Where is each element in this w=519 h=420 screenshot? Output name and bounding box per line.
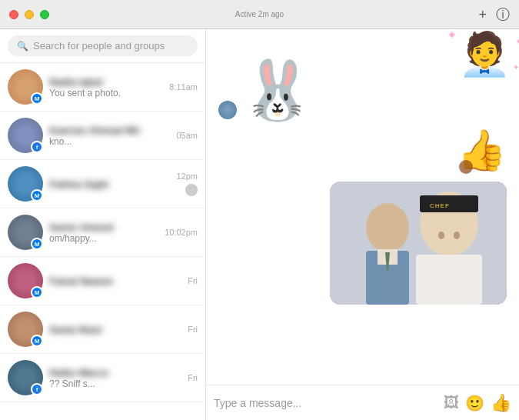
message-time: 12pm bbox=[176, 172, 198, 181]
conversation-meta: 05am bbox=[176, 131, 198, 140]
conversation-meta: Fri bbox=[188, 325, 198, 334]
message-time: Fri bbox=[188, 373, 198, 382]
image-attach-button[interactable]: 🖼 bbox=[444, 394, 459, 412]
search-icon: 🔍 bbox=[17, 41, 28, 52]
photo-content: CHEF bbox=[330, 182, 507, 305]
avatar-wrap: f bbox=[8, 360, 43, 395]
close-button[interactable] bbox=[9, 10, 18, 19]
emoji-button[interactable]: 🙂 bbox=[465, 394, 484, 412]
message-preview: ?? Sniff s... bbox=[49, 378, 181, 389]
conversation-meta: 10:02pm bbox=[165, 228, 198, 237]
avatar-wrap: M bbox=[8, 69, 43, 105]
message-preview: You sent a photo. bbox=[49, 88, 163, 98]
title-bar: Active 2m ago + ⓘ bbox=[0, 0, 519, 29]
conversation-content: Samir Ahmed om/happy... bbox=[49, 222, 158, 244]
contact-name: Fatima Sajid bbox=[49, 178, 170, 190]
conversation-content: Sania Niazi bbox=[49, 324, 181, 335]
conversation-content: Kamran Ahmad Mir kno... bbox=[49, 125, 170, 147]
avatar-wrap: M bbox=[8, 312, 43, 347]
sender-avatar bbox=[218, 101, 237, 119]
photo-message: CHEF bbox=[330, 182, 507, 305]
add-conversation-button[interactable]: + bbox=[478, 8, 487, 22]
avatar-wrap: M bbox=[8, 166, 43, 202]
title-bar-center: Active 2m ago bbox=[235, 10, 284, 18]
maximize-button[interactable] bbox=[40, 10, 49, 19]
svg-point-9 bbox=[438, 232, 444, 239]
like-button[interactable]: 👍 bbox=[491, 393, 511, 413]
chat-messages: 🧑‍💼 ✦ ✦ ✦ 🐰 👍 bbox=[206, 29, 519, 385]
message-preview: kno... bbox=[49, 136, 170, 147]
main-layout: 🔍 Search for people and groups M Nadia I… bbox=[0, 29, 519, 420]
message-input[interactable]: Type a message... bbox=[214, 397, 437, 409]
platform-badge: f bbox=[31, 141, 43, 153]
search-input[interactable]: Search for people and groups bbox=[33, 40, 165, 52]
contact-name: Haiku Marco bbox=[49, 367, 181, 378]
message-time: 10:02pm bbox=[165, 228, 198, 237]
contact-name: Samir Ahmed bbox=[49, 222, 158, 233]
conversation-item[interactable]: M Fatima Sajid 12pm bbox=[0, 160, 205, 208]
conversation-list: M Nadia Iqbal You sent a photo. 8:11am f… bbox=[0, 63, 205, 420]
info-button[interactable]: ⓘ bbox=[496, 8, 510, 22]
conversation-item[interactable]: M Sania Niazi Fri bbox=[0, 305, 205, 354]
conversation-content: Haiku Marco ?? Sniff s... bbox=[49, 367, 181, 389]
message-time: Fri bbox=[188, 276, 198, 285]
chat-input-bar: Type a message... 🖼 🙂 👍 bbox=[206, 385, 519, 420]
conversation-meta: 8:11am bbox=[169, 82, 198, 92]
conversation-item[interactable]: M Samir Ahmed om/happy... 10:02pm bbox=[0, 208, 205, 257]
conversation-meta: Fri bbox=[188, 373, 198, 382]
window-controls bbox=[9, 10, 49, 19]
decorative-dot bbox=[459, 160, 473, 174]
conversation-item[interactable]: f Kamran Ahmad Mir kno... 05am bbox=[0, 112, 205, 160]
platform-badge: M bbox=[31, 92, 43, 105]
photo-svg: CHEF bbox=[330, 182, 507, 305]
message-row: CHEF bbox=[218, 182, 507, 305]
contact-name: Sania Niazi bbox=[49, 324, 181, 335]
minimize-button[interactable] bbox=[25, 10, 34, 19]
conversation-content: Nadia Iqbal You sent a photo. bbox=[49, 76, 163, 98]
avatar-wrap: f bbox=[8, 118, 43, 153]
conversation-content: Fatima Sajid bbox=[49, 178, 170, 190]
message-time: 8:11am bbox=[169, 82, 198, 92]
sidebar: 🔍 Search for people and groups M Nadia I… bbox=[0, 29, 206, 420]
conversation-item[interactable]: M Faisal Naeem Fri bbox=[0, 257, 205, 305]
platform-badge: M bbox=[31, 189, 43, 202]
contact-name: Faisal Naeem bbox=[49, 275, 181, 287]
avatar-wrap: M bbox=[8, 263, 43, 298]
svg-point-10 bbox=[454, 232, 460, 239]
platform-badge: f bbox=[31, 383, 43, 395]
search-bar[interactable]: 🔍 Search for people and groups bbox=[8, 35, 198, 56]
conversation-meta: 12pm bbox=[176, 172, 198, 196]
svg-point-1 bbox=[366, 203, 409, 252]
platform-badge: M bbox=[31, 335, 43, 347]
avatar-wrap: M bbox=[8, 215, 43, 250]
contact-name: Kamran Ahmad Mir bbox=[49, 125, 170, 136]
svg-text:CHEF: CHEF bbox=[430, 202, 450, 209]
sticker-message: 🐰 bbox=[241, 62, 314, 119]
conversation-meta: Fri bbox=[188, 276, 198, 285]
platform-badge: M bbox=[31, 286, 43, 298]
conversation-item[interactable]: f Haiku Marco ?? Sniff s... Fri bbox=[0, 354, 205, 402]
corner-sticker: 🧑‍💼 ✦ ✦ ✦ bbox=[458, 33, 511, 75]
conversation-content: Faisal Naeem bbox=[49, 275, 181, 287]
platform-badge: M bbox=[31, 238, 43, 250]
message-time: 05am bbox=[176, 131, 198, 140]
title-bar-actions: + ⓘ bbox=[478, 8, 510, 22]
message-preview: om/happy... bbox=[49, 233, 158, 244]
chat-area: 🧑‍💼 ✦ ✦ ✦ 🐰 👍 bbox=[206, 29, 519, 420]
active-status: Active 2m ago bbox=[235, 10, 284, 18]
contact-name: Nadia Iqbal bbox=[49, 76, 163, 88]
svg-rect-8 bbox=[416, 255, 482, 305]
conversation-item[interactable]: M Nadia Iqbal You sent a photo. 8:11am bbox=[0, 63, 205, 112]
sidebar-header: 🔍 Search for people and groups bbox=[0, 29, 205, 63]
recipient-avatar-small bbox=[185, 184, 198, 196]
message-time: Fri bbox=[188, 325, 198, 334]
